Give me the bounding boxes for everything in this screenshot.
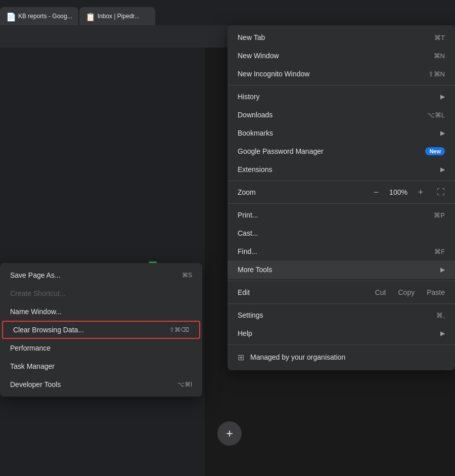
edit-actions: Cut Copy Paste bbox=[375, 288, 445, 296]
fullscreen-icon[interactable]: ⛶ bbox=[437, 188, 445, 197]
separator-5 bbox=[228, 304, 455, 304]
copy-button[interactable]: Copy bbox=[398, 288, 415, 296]
menu-item-more-tools[interactable]: More Tools ▶ bbox=[228, 261, 455, 279]
zoom-label: Zoom bbox=[238, 188, 370, 196]
sub-menu-task-manager[interactable]: Task Manager bbox=[0, 357, 202, 375]
zoom-minus-button[interactable]: − bbox=[370, 186, 382, 198]
main-context-menu: New Tab ⌘T New Window ⌘N New Incognito W… bbox=[228, 25, 455, 370]
menu-item-bookmarks[interactable]: Bookmarks ▶ bbox=[228, 124, 455, 142]
paste-button[interactable]: Paste bbox=[427, 288, 445, 296]
sub-menu-performance[interactable]: Performance bbox=[0, 339, 202, 357]
sub-menu-clear-browsing[interactable]: Clear Browsing Data... ⇧⌘⌫ bbox=[2, 321, 200, 339]
new-tab-plus-button[interactable]: + bbox=[217, 421, 242, 446]
more-tools-arrow-icon: ▶ bbox=[440, 266, 445, 273]
cut-button[interactable]: Cut bbox=[375, 288, 386, 296]
tab-title-1: KB reports - Goog... bbox=[18, 13, 72, 20]
sub-menu-save-page[interactable]: Save Page As... ⌘S bbox=[0, 266, 202, 284]
menu-item-find[interactable]: Find... ⌘F bbox=[228, 242, 455, 261]
menu-item-new-window[interactable]: New Window ⌘N bbox=[228, 47, 455, 65]
sub-menu-developer-tools[interactable]: Developer Tools ⌥⌘I bbox=[0, 375, 202, 394]
managed-org-icon: ⊞ bbox=[238, 353, 244, 362]
menu-item-help[interactable]: Help ▶ bbox=[228, 324, 455, 342]
menu-item-extensions[interactable]: Extensions ▶ bbox=[228, 160, 455, 179]
sub-context-menu: Save Page As... ⌘S Create Shortcut... Na… bbox=[0, 263, 202, 397]
menu-item-downloads[interactable]: Downloads ⌥⌘L bbox=[228, 106, 455, 124]
edit-label: Edit bbox=[238, 288, 250, 296]
menu-item-history[interactable]: History ▶ bbox=[228, 88, 455, 106]
new-badge: New bbox=[425, 147, 445, 155]
tab-bar: 📄 KB reports - Goog... 📋 Inbox | Pipedr.… bbox=[0, 0, 455, 25]
extensions-arrow-icon: ▶ bbox=[440, 166, 445, 173]
menu-item-new-incognito[interactable]: New Incognito Window ⇧⌘N bbox=[228, 65, 455, 83]
separator-6 bbox=[228, 344, 455, 345]
zoom-value-display: 100% bbox=[388, 188, 408, 196]
help-arrow-icon: ▶ bbox=[440, 330, 445, 337]
menu-item-password-manager[interactable]: Google Password Manager New bbox=[228, 142, 455, 160]
managed-row: ⊞ Managed by your organisation bbox=[228, 347, 455, 367]
tab-favicon-2: 📋 bbox=[85, 12, 94, 20]
separator-4 bbox=[228, 281, 455, 281]
menu-item-print[interactable]: Print... ⌘P bbox=[228, 206, 455, 224]
sub-menu-create-shortcut[interactable]: Create Shortcut... bbox=[0, 284, 202, 302]
menu-item-cast[interactable]: Cast... bbox=[228, 224, 455, 242]
separator-3 bbox=[228, 203, 455, 204]
zoom-controls: − 100% + ⛶ bbox=[370, 186, 445, 198]
history-arrow-icon: ▶ bbox=[440, 93, 445, 100]
sub-menu-name-window[interactable]: Name Window... bbox=[0, 302, 202, 321]
zoom-row: Zoom − 100% + ⛶ bbox=[228, 183, 455, 201]
menu-item-settings[interactable]: Settings ⌘, bbox=[228, 306, 455, 324]
separator-2 bbox=[228, 181, 455, 181]
tab-kb-reports[interactable]: 📄 KB reports - Goog... bbox=[0, 7, 78, 25]
page-content: google bbox=[0, 48, 205, 476]
separator-1 bbox=[228, 85, 455, 85]
menu-item-new-tab[interactable]: New Tab ⌘T bbox=[228, 28, 455, 47]
edit-row: Edit Cut Copy Paste bbox=[228, 283, 455, 301]
tab-favicon-1: 📄 bbox=[6, 12, 14, 20]
managed-label: Managed by your organisation bbox=[250, 353, 345, 361]
bookmarks-arrow-icon: ▶ bbox=[440, 129, 445, 137]
tab-title-2: Inbox | Pipedr... bbox=[98, 13, 140, 20]
zoom-plus-button[interactable]: + bbox=[415, 186, 427, 198]
tab-inbox[interactable]: 📋 Inbox | Pipedr... bbox=[79, 7, 155, 25]
